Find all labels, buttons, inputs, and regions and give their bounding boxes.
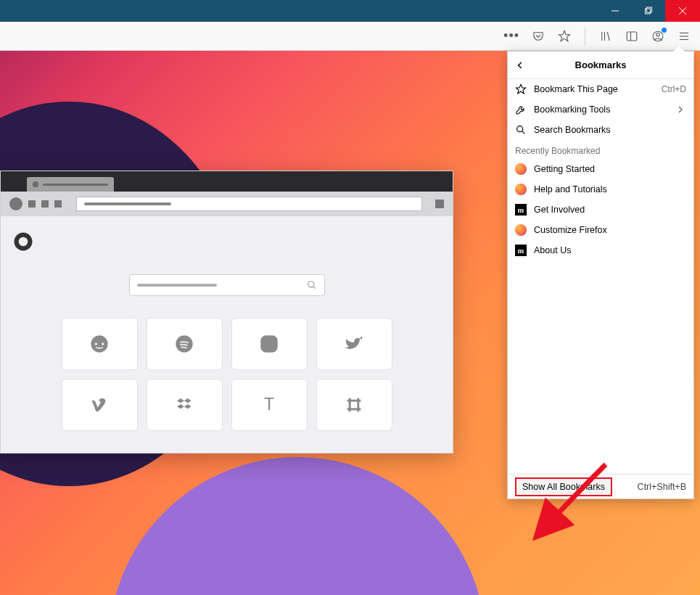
panel-spacer [508, 260, 693, 474]
recent-bookmark-item[interactable]: Getting Started [508, 159, 693, 179]
firefox-favicon-icon [515, 224, 527, 236]
svg-point-25 [265, 340, 272, 347]
panel-header: Bookmarks [508, 52, 693, 79]
footer-shortcut: Ctrl+Shift+B [638, 482, 686, 492]
wrench-icon [515, 104, 527, 115]
svg-point-21 [95, 342, 98, 345]
chevron-right-icon [675, 104, 686, 115]
recent-bookmark-item[interactable]: m Get Involved [508, 200, 693, 220]
svg-line-19 [313, 287, 315, 289]
svg-marker-5 [559, 30, 570, 41]
firefox-favicon-icon [515, 163, 527, 175]
mozilla-favicon-icon: m [515, 204, 527, 216]
toolbar-separator [585, 28, 585, 45]
hamburger-menu-icon[interactable] [674, 26, 694, 46]
panel-title: Bookmarks [508, 60, 693, 70]
svg-rect-9 [627, 32, 637, 41]
bookmark-label: Get Involved [534, 205, 686, 215]
bookmark-label: Help and Tutorials [534, 184, 686, 194]
search-icon [307, 280, 317, 290]
back-button[interactable] [508, 52, 532, 78]
bookmark-label: About Us [534, 245, 686, 255]
recent-bookmark-item[interactable]: m About Us [508, 240, 693, 260]
menu-item-label: Search Bookmarks [534, 125, 686, 135]
pocket-icon[interactable] [528, 26, 548, 46]
mock-address-bar [1, 192, 453, 216]
close-button[interactable] [665, 0, 700, 22]
svg-point-33 [517, 126, 523, 132]
svg-point-18 [308, 282, 313, 287]
star-outline-icon [515, 83, 527, 95]
svg-line-34 [522, 131, 525, 134]
mock-tile-v [62, 379, 138, 431]
mock-tile-spotify [147, 318, 223, 370]
svg-point-17 [19, 237, 28, 247]
mock-tile-dropbox [147, 379, 223, 431]
menu-item-label: Bookmark This Page [534, 84, 654, 94]
svg-point-12 [656, 33, 660, 36]
svg-point-26 [273, 338, 274, 340]
menu-item-shortcut: Ctrl+D [662, 84, 686, 94]
svg-marker-32 [516, 84, 525, 94]
svg-point-20 [91, 335, 107, 352]
mock-tile-twitter [316, 318, 392, 370]
bookmark-this-page[interactable]: Bookmark This Page Ctrl+D [508, 79, 693, 99]
section-label: Recently Bookmarked [508, 140, 693, 159]
bookmark-label: Customize Firefox [534, 225, 686, 235]
recent-bookmark-item[interactable]: Help and Tutorials [508, 179, 693, 200]
bookmark-label: Getting Started [534, 164, 686, 174]
notification-dot-icon [662, 28, 667, 33]
mock-tile-nyt: T [231, 379, 308, 431]
mock-tile-reddit [62, 318, 138, 370]
mock-tile-instagram [231, 318, 308, 370]
minimize-button[interactable] [598, 0, 632, 22]
mock-tile-slack [316, 379, 392, 431]
bookmarks-panel: Bookmarks Bookmark This Page Ctrl+D Book… [507, 51, 694, 499]
menu-item-label: Bookmarking Tools [534, 104, 667, 115]
svg-rect-2 [647, 7, 652, 12]
background-shape [109, 457, 486, 595]
mock-tab [27, 177, 114, 192]
firefox-logo-icon [12, 231, 34, 253]
svg-point-22 [102, 342, 104, 345]
window-titlebar [0, 0, 700, 22]
account-icon[interactable] [648, 26, 668, 46]
search-icon [515, 124, 527, 136]
svg-rect-1 [646, 9, 651, 14]
firefox-favicon-icon [515, 184, 527, 195]
annotation-arrow [526, 454, 620, 548]
svg-line-8 [607, 32, 609, 41]
maximize-button[interactable] [632, 0, 665, 22]
browser-toolbar: ••• [0, 22, 700, 51]
page-actions-icon[interactable]: ••• [501, 28, 522, 44]
bookmark-star-icon[interactable] [554, 26, 575, 46]
recent-bookmark-item[interactable]: Customize Firefox [508, 220, 693, 240]
mozilla-favicon-icon: m [515, 245, 527, 256]
svg-text:T: T [264, 395, 274, 414]
library-icon[interactable] [596, 26, 616, 46]
search-bookmarks[interactable]: Search Bookmarks [508, 120, 693, 140]
mock-browser-window: T [0, 171, 453, 454]
bookmarking-tools[interactable]: Bookmarking Tools [508, 99, 693, 120]
sidebar-icon[interactable] [622, 26, 642, 46]
mock-search-bar [129, 274, 325, 296]
